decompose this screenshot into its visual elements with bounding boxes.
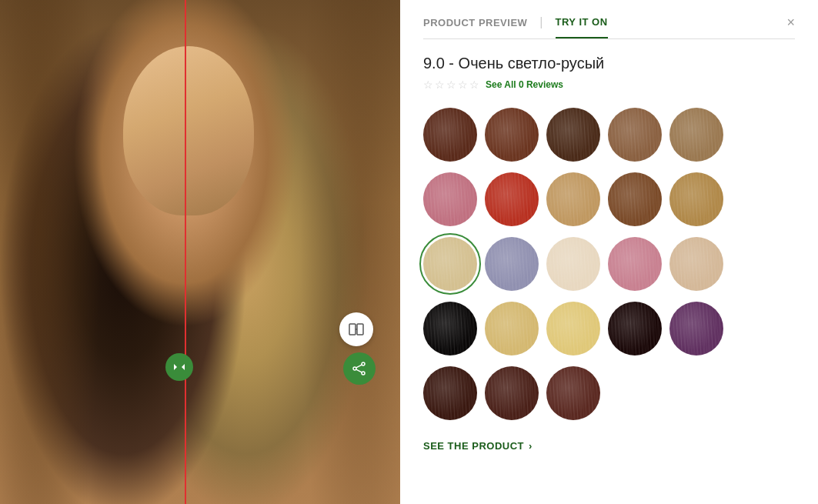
color-swatch[interactable] bbox=[485, 237, 539, 291]
tabs-header: PRODUCT PREVIEW | TRY IT ON × bbox=[423, 15, 795, 39]
image-panel bbox=[0, 0, 400, 504]
color-swatch[interactable] bbox=[485, 108, 539, 162]
svg-rect-0 bbox=[349, 324, 356, 335]
color-swatch[interactable] bbox=[669, 108, 723, 162]
color-swatch[interactable] bbox=[608, 237, 662, 291]
color-swatch[interactable] bbox=[546, 108, 600, 162]
compare-button[interactable] bbox=[339, 312, 373, 346]
star-5: ☆ bbox=[469, 78, 479, 91]
tab-try-it-on[interactable]: TRY IT ON bbox=[556, 16, 608, 38]
svg-point-5 bbox=[353, 367, 356, 370]
star-1: ☆ bbox=[423, 78, 433, 91]
tab-divider: | bbox=[539, 15, 543, 38]
color-swatch[interactable] bbox=[608, 172, 662, 226]
product-title: 9.0 - Очень светло-русый bbox=[423, 55, 795, 72]
svg-rect-1 bbox=[357, 324, 363, 335]
svg-point-4 bbox=[362, 372, 365, 375]
share-button[interactable] bbox=[343, 352, 376, 385]
color-swatch[interactable] bbox=[423, 302, 477, 355]
color-swatch[interactable] bbox=[546, 302, 600, 355]
color-swatch[interactable] bbox=[669, 237, 723, 291]
close-button[interactable]: × bbox=[786, 15, 795, 29]
color-swatch[interactable] bbox=[608, 108, 662, 162]
color-swatches-grid bbox=[423, 108, 795, 420]
svg-line-7 bbox=[356, 369, 362, 372]
color-swatch[interactable] bbox=[423, 237, 477, 291]
color-swatch[interactable] bbox=[546, 237, 600, 291]
slider-handle-button[interactable] bbox=[165, 353, 193, 381]
before-after-divider bbox=[185, 0, 186, 504]
color-swatch[interactable] bbox=[546, 172, 600, 226]
color-swatch[interactable] bbox=[485, 302, 539, 355]
model-overlay bbox=[0, 0, 400, 504]
star-4: ☆ bbox=[458, 78, 468, 91]
see-product-chevron: › bbox=[529, 440, 533, 452]
stars-row: ☆ ☆ ☆ ☆ ☆ See All 0 Reviews bbox=[423, 78, 795, 91]
star-2: ☆ bbox=[435, 78, 445, 91]
reviews-link[interactable]: See All 0 Reviews bbox=[486, 79, 563, 90]
tab-product-preview[interactable]: PRODUCT PREVIEW bbox=[423, 17, 527, 38]
see-product-label: SEE THE PRODUCT bbox=[423, 440, 524, 452]
color-swatch[interactable] bbox=[423, 366, 477, 420]
model-image bbox=[0, 0, 400, 504]
color-swatch[interactable] bbox=[485, 172, 539, 226]
color-swatch[interactable] bbox=[608, 302, 662, 355]
star-rating: ☆ ☆ ☆ ☆ ☆ bbox=[423, 78, 479, 91]
color-swatch[interactable] bbox=[423, 172, 477, 226]
color-swatch[interactable] bbox=[669, 302, 723, 355]
color-swatch[interactable] bbox=[423, 108, 477, 162]
svg-point-3 bbox=[362, 362, 365, 365]
svg-line-6 bbox=[356, 365, 362, 368]
see-product-link[interactable]: SEE THE PRODUCT › bbox=[423, 440, 533, 452]
right-panel: PRODUCT PREVIEW | TRY IT ON × 9.0 - Очен… bbox=[400, 0, 818, 504]
color-swatch[interactable] bbox=[485, 366, 539, 420]
star-3: ☆ bbox=[446, 78, 456, 91]
color-swatch[interactable] bbox=[669, 172, 723, 226]
color-swatch[interactable] bbox=[546, 366, 600, 420]
app-container: PRODUCT PREVIEW | TRY IT ON × 9.0 - Очен… bbox=[0, 0, 818, 504]
